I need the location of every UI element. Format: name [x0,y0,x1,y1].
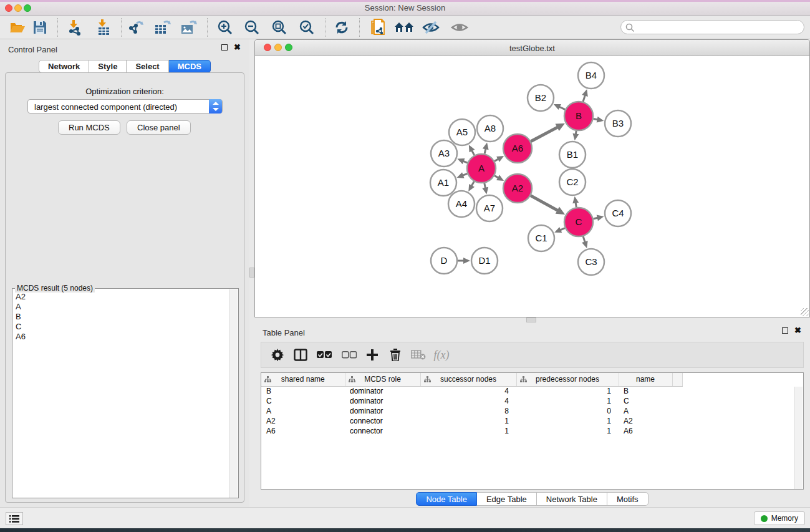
graph-node-label: B4 [586,70,597,80]
graph-edge-A2-C[interactable] [531,196,559,211]
table-cell[interactable]: B [619,386,672,396]
result-list-item[interactable]: C [13,322,229,332]
tab-edge-table[interactable]: Edge Table [477,492,537,506]
resize-grip-icon[interactable] [801,308,809,316]
zoom-selected-icon[interactable] [296,17,317,37]
table-cell[interactable]: A6 [261,426,345,436]
horizontal-split-divider[interactable] [254,317,810,322]
add-column-icon[interactable] [367,349,378,360]
table-cell[interactable]: dominator [345,396,420,406]
table-scrollbar[interactable] [794,387,803,489]
search-input[interactable] [637,21,799,33]
table-cell[interactable]: 1 [516,386,619,396]
desktop-background [0,528,810,532]
column-visibility-icon[interactable] [294,349,307,361]
export-table-icon[interactable] [152,17,173,37]
table-cell[interactable]: A2 [619,416,672,426]
table-cell[interactable]: dominator [345,406,420,416]
zoom-fit-icon[interactable] [269,17,290,37]
network-window-titlebar[interactable]: testGlobe.txt [255,40,809,56]
select-all-checkboxes-icon[interactable] [317,351,332,359]
import-table-icon[interactable] [93,17,114,37]
table-row[interactable]: A6connector11A6 [261,426,682,436]
table-cell[interactable]: 8 [420,406,516,416]
table-cell[interactable]: 1 [516,416,619,426]
open-session-icon[interactable] [7,17,28,37]
close-panel-icon[interactable]: ✖ [234,44,241,51]
result-list-scrollbar[interactable] [229,289,238,498]
import-network-icon[interactable] [64,17,85,37]
result-list-item[interactable]: B [13,312,229,322]
tab-node-table[interactable]: Node Table [416,492,477,506]
show-all-eye-icon[interactable] [449,17,470,37]
column-header-predecessor-nodes[interactable]: predecessor nodes [516,373,619,386]
network-view-window: testGlobe.txt B4B2BB3A5A8A6B1A3AC2A1A2A4… [254,39,810,317]
table-cell[interactable]: 0 [516,406,619,416]
table-cell[interactable]: dominator [345,386,420,396]
tab-select[interactable]: Select [127,60,168,73]
table-row[interactable]: Cdominator41C [261,396,682,406]
divider-grip[interactable] [526,317,536,322]
optimization-criterion-select[interactable]: largest connected component (directed) [27,99,223,114]
tab-network[interactable]: Network [39,60,89,73]
export-image-icon[interactable] [178,17,200,37]
table-row[interactable]: A2connector11A2 [261,416,682,426]
table-row[interactable]: Adominator80A [261,406,682,416]
close-panel-icon[interactable]: ✖ [794,327,801,334]
table-cell[interactable]: C [619,396,672,406]
column-header-name[interactable]: name [619,373,672,386]
tab-motifs[interactable]: Motifs [607,492,648,506]
hide-selected-eye-icon[interactable] [420,17,441,37]
duplicate-network-icon[interactable] [367,17,388,37]
table-cell[interactable]: B [261,386,345,396]
delete-column-icon[interactable] [390,349,401,361]
tab-mcds[interactable]: MCDS [169,60,211,73]
table-cell[interactable]: connector [345,426,420,436]
result-list-item[interactable]: A6 [13,332,229,342]
table-cell[interactable]: 1 [420,416,516,426]
table-panel-title: Table Panel [263,328,305,337]
table-cell[interactable]: 1 [420,426,516,436]
result-list-item[interactable]: A2 [13,292,229,302]
float-panel-icon[interactable] [221,44,228,51]
vertical-split-divider[interactable] [249,39,254,507]
refresh-layout-icon[interactable] [331,17,352,37]
graph-edge-A6-B[interactable] [531,127,558,141]
export-network-icon[interactable] [125,17,147,37]
task-history-button[interactable] [6,512,23,525]
deselect-all-checkboxes-icon[interactable] [342,351,357,359]
result-list-item[interactable]: A [13,302,229,312]
table-cell[interactable]: 4 [420,386,516,396]
table-cell[interactable]: 1 [516,426,619,436]
control-panel: Control Panel ✖ NetworkStyleSelectMCDS O… [0,39,249,507]
graph-node-label: C [576,216,582,227]
column-header-MCDS-role[interactable]: MCDS role [345,373,420,386]
table-cell[interactable]: A6 [619,426,672,436]
tab-style[interactable]: Style [89,60,127,73]
zoom-out-icon[interactable] [241,17,263,37]
column-header-successor-nodes[interactable]: successor nodes [420,373,516,386]
settings-gear-icon[interactable] [271,349,284,361]
optimization-criterion-label: Optimization criterion: [6,87,244,96]
table-cell[interactable]: A [261,406,345,416]
table-cell[interactable]: 4 [420,396,516,406]
divider-grip[interactable] [249,268,254,278]
table-cell[interactable]: A2 [261,416,345,426]
network-graph-canvas[interactable]: B4B2BB3A5A8A6B1A3AC2A1A2A4A7C4CC1DD1C3 [255,56,809,317]
table-cell[interactable]: 1 [516,396,619,406]
close-panel-button[interactable]: Close panel [127,120,191,135]
save-session-icon[interactable] [29,17,51,37]
table-cell[interactable]: connector [345,416,420,426]
zoom-in-icon[interactable] [215,17,236,37]
table-cell[interactable]: C [261,396,345,406]
memory-button[interactable]: Memory [754,511,805,525]
table-cell[interactable]: A [619,406,672,416]
edge-arrowhead [582,89,588,97]
home-layout-icon[interactable] [393,17,415,37]
table-row[interactable]: Bdominator41B [261,386,682,396]
tab-network-table[interactable]: Network Table [537,492,607,506]
float-panel-icon[interactable] [782,327,788,334]
column-header-shared-name[interactable]: shared name [261,373,345,386]
search-field[interactable] [620,20,804,34]
run-mcds-button[interactable]: Run MCDS [58,120,120,135]
